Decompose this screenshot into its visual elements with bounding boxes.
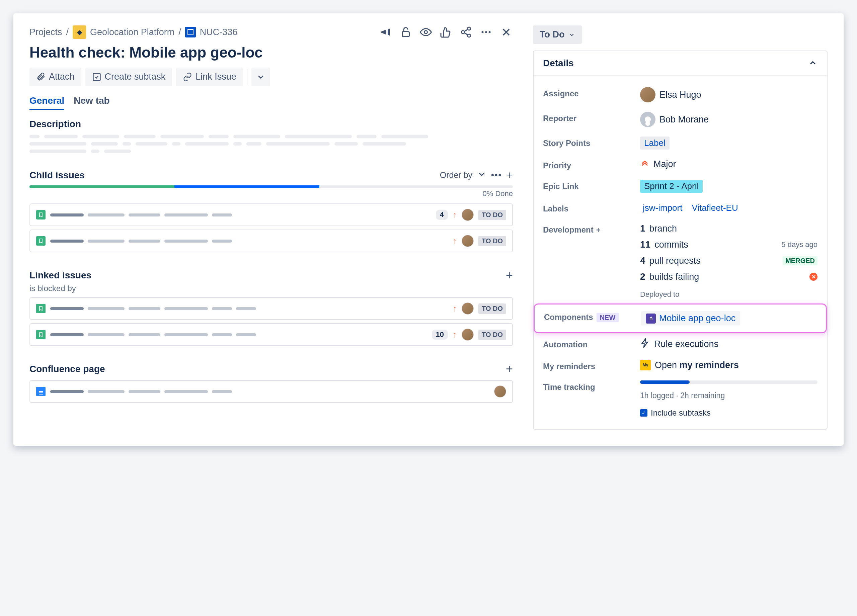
dev-branch[interactable]: 1branch xyxy=(640,223,817,234)
assignee-field[interactable]: Elsa Hugo xyxy=(640,87,817,102)
reminders-label: My reminders xyxy=(543,360,640,371)
top-actions xyxy=(379,25,513,39)
svg-point-4 xyxy=(468,34,471,37)
breadcrumb: Projects / ◆ Geolocation Platform / NUC-… xyxy=(29,25,237,39)
project-icon: ◆ xyxy=(73,25,86,39)
breadcrumb-projects[interactable]: Projects xyxy=(29,27,62,37)
assignee-avatar[interactable] xyxy=(462,303,474,315)
priority-icon: ↑ xyxy=(453,236,457,246)
priority-icon: ↑ xyxy=(453,210,457,220)
svg-point-7 xyxy=(489,31,491,33)
add-link-button[interactable]: + xyxy=(506,269,513,283)
status-lozenge[interactable]: TO DO xyxy=(478,236,506,246)
time-bar xyxy=(640,380,817,384)
checkbox-icon: ✓ xyxy=(640,409,647,417)
development-field: 1branch 11commits5 days ago 4pull reques… xyxy=(640,223,817,299)
child-progress xyxy=(29,185,513,188)
assignee-avatar[interactable] xyxy=(462,235,474,247)
components-field[interactable]: ⋔ Mobile app geo-loc xyxy=(641,311,817,326)
issue-title[interactable]: Health check: Mobile app geo-loc xyxy=(29,44,513,61)
priority-field[interactable]: Major xyxy=(640,159,817,169)
component-icon: ⋔ xyxy=(646,313,656,324)
status-lozenge[interactable]: TO DO xyxy=(478,330,506,340)
status-lozenge[interactable]: TO DO xyxy=(478,210,506,220)
add-child-button[interactable]: + xyxy=(506,169,513,181)
development-label: Development+ xyxy=(543,223,640,235)
percent-done: 0% Done xyxy=(29,189,513,198)
linked-issue-row[interactable]: 10 ↑ TO DO xyxy=(29,323,513,346)
storypoints-field[interactable]: Label xyxy=(640,136,817,150)
tab-general[interactable]: General xyxy=(29,93,64,110)
child-issue-row[interactable]: 4 ↑ TO DO xyxy=(29,204,513,226)
breadcrumb-project[interactable]: Geolocation Platform xyxy=(90,27,175,37)
labels-field[interactable]: jsw-import Vitafleet-EU xyxy=(640,202,817,214)
tab-new[interactable]: New tab xyxy=(74,93,110,110)
estimate-badge: 10 xyxy=(432,330,448,340)
assignee-avatar[interactable] xyxy=(462,329,474,341)
svg-rect-0 xyxy=(402,32,410,37)
lock-icon[interactable] xyxy=(399,25,412,39)
add-dev-icon[interactable]: + xyxy=(596,226,600,234)
create-subtask-button[interactable]: Create subtask xyxy=(85,68,172,86)
components-label: ComponentsNEW xyxy=(544,311,641,322)
child-more-icon[interactable]: ••• xyxy=(491,170,502,180)
watch-icon[interactable] xyxy=(419,25,433,39)
estimate-badge: 4 xyxy=(436,210,448,220)
child-issues-heading: Child issues xyxy=(29,170,85,181)
new-badge: NEW xyxy=(597,313,619,322)
epic-field[interactable]: Sprint 2 - April xyxy=(640,180,817,193)
confluence-heading: Confluence page xyxy=(29,364,105,374)
automation-field[interactable]: Rule executions xyxy=(640,338,817,350)
link-issue-more-button[interactable] xyxy=(251,68,270,86)
description-field[interactable] xyxy=(29,135,513,153)
feedback-icon[interactable] xyxy=(379,25,392,39)
vote-icon[interactable] xyxy=(439,25,453,39)
chevron-up-icon xyxy=(808,58,817,69)
svg-rect-8 xyxy=(93,73,100,80)
child-issue-row[interactable]: ↑ TO DO xyxy=(29,230,513,252)
confluence-row[interactable] xyxy=(29,380,513,403)
attach-button[interactable]: Attach xyxy=(29,68,81,86)
reminders-icon: My xyxy=(640,360,651,371)
timetracking-label: Time tracking xyxy=(543,380,640,392)
dev-pr[interactable]: 4pull requestsMERGED xyxy=(640,255,817,266)
svg-point-2 xyxy=(468,27,471,30)
svg-point-6 xyxy=(485,31,487,33)
dev-builds[interactable]: 2builds failing✕ xyxy=(640,271,817,282)
priority-label: Priority xyxy=(543,159,640,170)
reminders-field[interactable]: My Open my reminders xyxy=(640,360,817,371)
dev-commits[interactable]: 11commits5 days ago xyxy=(640,239,817,250)
include-subtasks-checkbox[interactable]: ✓Include subtasks xyxy=(640,408,817,418)
link-issue-button[interactable]: Link Issue xyxy=(176,68,243,86)
author-avatar[interactable] xyxy=(494,386,506,397)
assignee-avatar[interactable] xyxy=(462,209,474,221)
add-confluence-button[interactable]: + xyxy=(506,362,513,376)
avatar xyxy=(640,87,656,102)
story-icon xyxy=(36,330,45,339)
details-toggle[interactable]: Details xyxy=(534,51,827,76)
close-icon[interactable] xyxy=(500,25,513,39)
story-icon xyxy=(36,304,45,313)
labels-label: Labels xyxy=(543,202,640,213)
avatar xyxy=(640,112,656,127)
linked-issue-row[interactable]: ↑ TO DO xyxy=(29,297,513,320)
timetracking-field[interactable]: 1h logged · 2h remaining ✓Include subtas… xyxy=(640,380,817,418)
share-icon[interactable] xyxy=(459,25,473,39)
deployed-to: Deployed to xyxy=(640,290,817,299)
link-type-label: is blocked by xyxy=(29,284,513,293)
chevron-down-icon[interactable] xyxy=(477,170,486,181)
breadcrumb-issue-key[interactable]: NUC-336 xyxy=(200,27,238,37)
page-icon xyxy=(36,387,45,396)
story-icon xyxy=(36,210,45,219)
reporter-field[interactable]: Bob Morane xyxy=(640,112,817,127)
tabs: General New tab xyxy=(29,93,513,111)
priority-icon: ↑ xyxy=(453,330,457,340)
issuetype-icon xyxy=(185,27,196,37)
order-by-button[interactable]: Order by xyxy=(440,170,472,180)
story-icon xyxy=(36,236,45,245)
automation-label: Automation xyxy=(543,338,640,349)
more-icon[interactable] xyxy=(480,25,493,39)
status-lozenge[interactable]: TO DO xyxy=(478,304,506,314)
epic-label: Epic Link xyxy=(543,180,640,191)
status-dropdown[interactable]: To Do xyxy=(533,25,582,44)
